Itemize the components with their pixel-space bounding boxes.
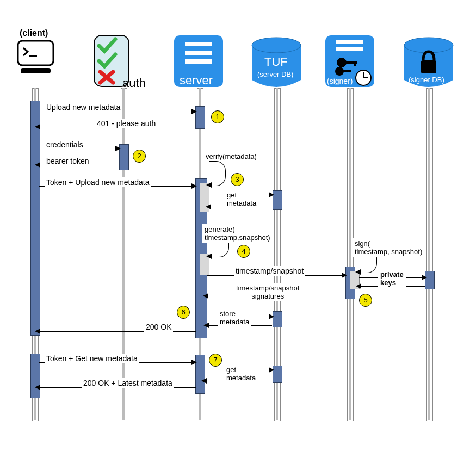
participant-client: (client)	[15, 38, 59, 84]
msg-401: 401 - please auth	[95, 119, 157, 128]
arrowhead	[35, 385, 40, 390]
svg-rect-16	[354, 61, 356, 66]
msg-bearer-token: bearer token	[45, 156, 91, 166]
msg-verify: verify(metadata)	[204, 152, 258, 161]
signer-label: (signer)	[327, 77, 353, 85]
arrowhead	[191, 183, 197, 189]
lifeline	[428, 88, 430, 420]
svg-point-10	[252, 38, 301, 53]
svg-rect-23	[421, 60, 436, 73]
svg-rect-0	[18, 41, 53, 65]
arrowhead	[206, 254, 212, 259]
svg-rect-12	[336, 40, 363, 44]
msg-store-metadata: store metadata	[218, 308, 251, 327]
participant-signer: (signer)	[325, 35, 374, 92]
arrowhead	[201, 378, 207, 384]
client-label: (client)	[20, 28, 48, 38]
msg-private-keys: private keys	[378, 269, 406, 288]
msg-200-ok: 200 OK	[144, 322, 173, 332]
svg-rect-2	[21, 68, 51, 73]
step-5: 5	[359, 294, 372, 307]
arrowhead	[35, 329, 40, 334]
svg-rect-7	[185, 42, 212, 46]
tuf-sub: (server DB)	[257, 70, 293, 78]
arrowhead	[206, 204, 211, 209]
lifeline	[349, 88, 351, 420]
arrowhead	[35, 162, 40, 168]
arrowhead	[422, 275, 427, 280]
arrowhead	[191, 109, 197, 114]
arrowhead	[269, 367, 274, 373]
step-2: 2	[133, 150, 146, 163]
activation	[425, 271, 435, 289]
step-4: 4	[237, 245, 250, 258]
msg-upload-new-metadata: Upload new metadata	[45, 102, 122, 112]
msg-token-upload: Token + Upload new metadata	[45, 177, 151, 187]
svg-rect-18	[342, 70, 351, 72]
activation	[30, 101, 40, 336]
msg-credentials: credentials	[45, 140, 85, 150]
msg-token-get: Token + Get new metadata	[45, 354, 139, 363]
arrowhead	[35, 124, 40, 129]
step-3: 3	[231, 173, 244, 186]
arrowhead	[206, 182, 212, 188]
participant-auth: auth	[92, 34, 131, 90]
msg-200-latest: 200 OK + Latest metadata	[82, 378, 174, 388]
arrowhead	[115, 146, 121, 151]
participant-tuf: TUF (server DB)	[249, 35, 304, 92]
step-1: 1	[211, 110, 224, 123]
lifeline	[122, 88, 125, 420]
arrowhead	[356, 283, 361, 289]
server-label: server	[180, 73, 213, 88]
msg-get-metadata: get metadata	[225, 190, 258, 208]
svg-rect-13	[336, 47, 363, 51]
arrowhead	[355, 269, 361, 275]
arrowhead	[191, 360, 197, 365]
participant-signer-db: (signer DB)	[401, 35, 456, 92]
arrowhead	[269, 192, 274, 197]
participant-server: server	[174, 35, 223, 92]
tuf-label: TUF	[264, 55, 288, 69]
msg-ts-snapshot: timestamp/snapshot	[234, 266, 305, 276]
step-7: 7	[209, 354, 222, 367]
arrowhead	[203, 293, 208, 299]
msg-generate: generate( timestamp,snapshot)	[202, 224, 273, 243]
svg-rect-9	[185, 59, 212, 64]
msg-ts-sig: timestamp/snapshot signatures	[234, 283, 301, 301]
arrowhead	[203, 323, 209, 328]
signerdb-label: (signer DB)	[409, 76, 444, 84]
msg-get-metadata-2: get metadata	[224, 364, 258, 383]
arrowhead	[342, 273, 347, 278]
activation	[30, 354, 40, 398]
msg-sign: sign( timestamp, snapshot)	[353, 238, 424, 257]
arrowhead	[269, 314, 274, 319]
step-6: 6	[177, 306, 190, 319]
svg-rect-8	[185, 51, 212, 55]
